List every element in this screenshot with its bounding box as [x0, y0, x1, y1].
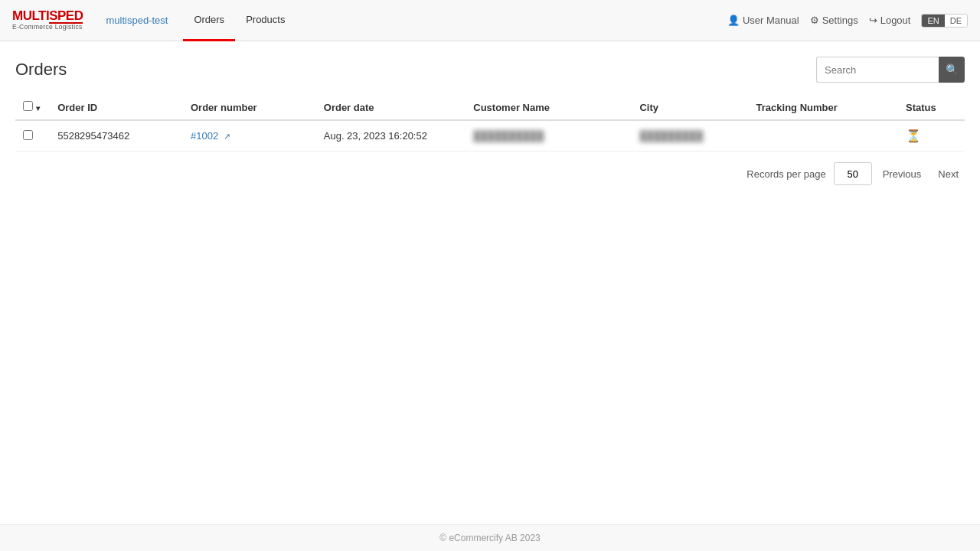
external-link-icon: ↗	[224, 132, 230, 141]
logout-link[interactable]: ↪ Logout	[869, 15, 911, 26]
settings-icon: ⚙	[810, 15, 819, 26]
lang-de-button[interactable]: DE	[945, 15, 967, 27]
page-content: Orders 🔍 ▾ Order ID Order number Order d…	[0, 41, 980, 201]
next-button[interactable]: Next	[932, 165, 965, 183]
hourglass-icon: ⏳	[906, 129, 921, 142]
page-title: Orders	[15, 60, 67, 80]
row-tracking-number	[749, 120, 899, 152]
nav-right: 👤 User Manual ⚙ Settings ↪ Logout EN DE	[727, 14, 968, 28]
orders-table: ▾ Order ID Order number Order date Custo…	[15, 95, 965, 152]
header-tracking-number: Tracking Number	[749, 95, 899, 120]
logo: MULTISPED E-Commerce Logistics	[12, 9, 83, 31]
previous-button[interactable]: Previous	[877, 165, 928, 183]
settings-link[interactable]: ⚙ Settings	[810, 15, 858, 26]
header-checkbox-col: ▾	[15, 95, 50, 120]
records-per-page-input[interactable]	[834, 162, 872, 185]
header-order-date: Order date	[316, 95, 466, 120]
user-manual-link[interactable]: 👤 User Manual	[727, 15, 799, 26]
logo-main-text: MULTISPED	[12, 9, 83, 24]
language-switcher: EN DE	[921, 14, 968, 28]
city-blurred: █████████	[639, 130, 703, 142]
tenant-link[interactable]: multisped-test	[106, 15, 168, 26]
header-customer-name: Customer Name	[466, 95, 632, 120]
header-status: Status	[898, 95, 965, 120]
select-all-checkbox[interactable]	[23, 101, 33, 111]
row-checkbox[interactable]	[23, 130, 33, 140]
search-button[interactable]: 🔍	[939, 57, 965, 83]
logo-sub-text: E-Commerce Logistics	[12, 24, 83, 31]
nav-item-orders[interactable]: Orders	[183, 0, 235, 41]
records-per-page-label: Records per page	[746, 168, 825, 180]
navbar: MULTISPED E-Commerce Logistics multisped…	[0, 0, 980, 41]
search-input[interactable]	[816, 57, 939, 83]
logo-area: MULTISPED E-Commerce Logistics	[12, 9, 87, 31]
logout-icon: ↪	[869, 15, 877, 26]
pagination: Records per page Previous Next	[15, 162, 965, 185]
row-city: █████████	[632, 120, 748, 152]
row-order-number: #1002 ↗	[183, 120, 316, 152]
nav-item-products[interactable]: Products	[235, 0, 296, 41]
table-header: ▾ Order ID Order number Order date Custo…	[15, 95, 965, 120]
user-icon: 👤	[727, 15, 740, 26]
header-order-id: Order ID	[50, 95, 183, 120]
row-status: ⏳	[898, 120, 965, 152]
lang-en-button[interactable]: EN	[922, 15, 944, 27]
row-checkbox-cell	[15, 120, 50, 152]
customer-name-blurred: ██████████	[473, 130, 544, 142]
order-number-link[interactable]: #1002	[191, 130, 218, 142]
header-order-number: Order number	[183, 95, 316, 120]
table-row: 5528295473462 #1002 ↗ Aug. 23, 2023 16:2…	[15, 120, 965, 152]
header-city: City	[632, 95, 748, 120]
nav-links: Orders Products	[183, 0, 727, 41]
row-order-date: Aug. 23, 2023 16:20:52	[316, 120, 466, 152]
page-header: Orders 🔍	[15, 57, 965, 83]
search-box: 🔍	[816, 57, 965, 83]
row-order-id: 5528295473462	[50, 120, 183, 152]
table-body: 5528295473462 #1002 ↗ Aug. 23, 2023 16:2…	[15, 120, 965, 152]
row-customer-name: ██████████	[466, 120, 632, 152]
